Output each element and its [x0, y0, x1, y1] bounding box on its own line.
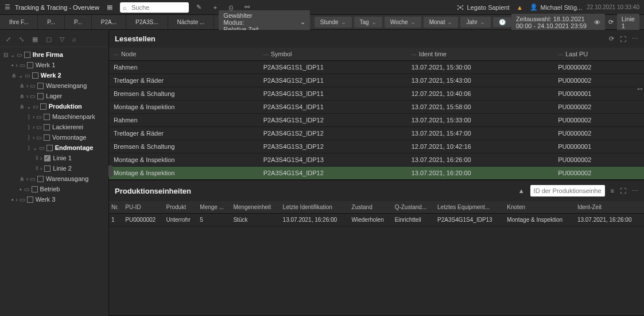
tree-checkbox[interactable] [27, 196, 33, 203]
expand-icon[interactable]: ⤢ [6, 36, 11, 43]
table-row[interactable]: Bremsen & SchaltungP2A3S4G1S3_IDP1112.07… [109, 87, 644, 101]
table-header[interactable]: Knoten [505, 201, 575, 214]
warning2-icon[interactable]: ▲ [518, 187, 525, 194]
panel-produktionseinheiten: Produktionseinheiten ▲ ≡ ⛶ ⋯ Nr.PU-IDPro… [109, 180, 644, 316]
tree-node[interactable]: ▪▭Betrieb [0, 184, 108, 194]
refresh-icon[interactable]: ⟳ [608, 18, 614, 26]
tree-node[interactable]: ⋔› ▭Wareneingang [0, 80, 108, 91]
breadcrumb-item[interactable]: P... [38, 15, 65, 29]
table-header[interactable]: PU-ID [123, 201, 164, 214]
filter2-icon[interactable]: ≡ [611, 187, 614, 194]
table-row[interactable]: Tretlager & RäderP2A3S4G1S2_IDP1213.07.2… [109, 127, 644, 140]
pu-search-input[interactable] [530, 185, 605, 196]
table-header[interactable]: Q-Zustand... [393, 201, 435, 214]
table-row[interactable]: Tretlager & RäderP2A3S4G1S2_IDP1113.07.2… [109, 74, 644, 87]
table-header[interactable]: —Node [109, 48, 259, 61]
time-button[interactable]: Stunde ⌄ [315, 17, 352, 28]
grid-icon[interactable]: ▦ [32, 36, 38, 43]
breadcrumb-item[interactable]: P2A3S... [126, 15, 168, 29]
collapse-icon[interactable]: ⤡ [19, 36, 24, 43]
line-button[interactable]: Linie 1 [617, 14, 639, 31]
timerange-button[interactable]: Zeitauswahl: 18.10.2021 00:00 - 24.10.20… [511, 14, 605, 31]
warning-icon[interactable]: ▲ [514, 4, 525, 11]
user-menu[interactable]: 👤 Michael Stög... [530, 3, 582, 11]
tree-checkbox[interactable] [46, 145, 53, 151]
table-row[interactable]: 1PU0000002Unterrohr5Stück13.07.2021, 16:… [109, 214, 644, 226]
table-header[interactable]: —Ident time [407, 48, 553, 61]
breadcrumb-item[interactable]: Ihre F... [0, 15, 38, 29]
table-header[interactable]: Nr. [109, 201, 123, 214]
tree-checkbox[interactable] [24, 52, 30, 58]
tree-node[interactable]: ⊟⌄ ▭Ihre Firma [0, 49, 108, 60]
search2-icon[interactable]: ⌕ [72, 36, 76, 43]
tree-checkbox[interactable] [40, 103, 46, 110]
tree-checkbox[interactable] [32, 186, 38, 192]
tree-node[interactable]: ⋔⌄ ▭Produktion [0, 101, 108, 111]
filter-icon[interactable]: ▽ [60, 36, 64, 43]
table-row[interactable]: Montage & InspektionP2A3S4G1S4_IDP1113.0… [109, 101, 644, 114]
fullscreen2-icon[interactable]: ⛶ [620, 187, 626, 194]
tree-node[interactable]: ⋔⌄ ▭Werk 2 [0, 70, 108, 80]
table-row[interactable]: Montage & InspektionP2A3S4G1S4_IDP1313.0… [109, 153, 644, 167]
breadcrumb-item[interactable]: P2A... [92, 15, 126, 29]
search-input[interactable] [120, 2, 189, 13]
tree-node[interactable]: ⋔› ▭Warenausgang [0, 174, 108, 184]
breadcrumb-item[interactable]: Nächste ... [168, 15, 215, 29]
tree-node[interactable]: ⋔› ▭Lager [0, 91, 108, 101]
tree-node[interactable]: ▪› ▭Werk 1 [0, 60, 108, 70]
table-header[interactable]: Letztes Equipment... [435, 201, 505, 214]
more2-icon[interactable]: ⋯ [632, 187, 638, 195]
table-header[interactable]: Menge ... [197, 201, 231, 214]
tree-node[interactable]: ⦀›Linie 1 [0, 153, 108, 163]
tree-node[interactable]: ▪› ▭Werk 3 [0, 194, 108, 205]
table-header[interactable]: Ident-Zeit [575, 201, 644, 214]
tree-checkbox[interactable] [44, 165, 51, 172]
add-icon[interactable]: + [210, 4, 221, 11]
time-button[interactable]: Monat ⌄ [424, 17, 459, 28]
table-header[interactable]: Mengeneinheit [231, 201, 280, 214]
tree-label: Werk 3 [36, 196, 56, 203]
timerange-label: Zeitauswahl: 18.10.2021 00:00 - 24.10.20… [516, 16, 591, 29]
breadcrumb-item[interactable]: P... [65, 15, 92, 29]
content: Lesestellen ⟳ ⛶ ⋯ —Node—Symbol—Ident tim… [109, 30, 644, 316]
tree-checkbox[interactable] [37, 93, 44, 99]
tree-node[interactable]: ⦚› ▭Vormontage [0, 132, 108, 142]
table-header[interactable]: Produkt [164, 201, 198, 214]
tree-node[interactable]: ⦚› ▭Lackiererei [0, 122, 108, 132]
table-header[interactable]: Zustand [350, 201, 393, 214]
tree-checkbox[interactable] [37, 83, 44, 89]
tree-checkbox[interactable] [27, 62, 33, 68]
page-title: Tracking & Tracing - Overview [15, 4, 99, 11]
tree-checkbox[interactable] [44, 114, 50, 120]
tree-checkbox[interactable] [37, 176, 44, 182]
time-button[interactable]: Woche ⌄ [385, 17, 421, 28]
tree-checkbox[interactable] [44, 155, 51, 161]
tree-checkbox[interactable] [32, 72, 38, 79]
table-row[interactable]: Montage & InspektionP2A3S4G1S4_IDP1213.0… [109, 167, 644, 180]
divider-handle[interactable] [108, 165, 113, 177]
time-button[interactable]: Tag ⌄ [354, 17, 382, 28]
tree-label: Linie 1 [53, 155, 71, 161]
square-icon[interactable]: ▢ [46, 36, 52, 43]
tree-checkbox[interactable] [44, 134, 50, 141]
table-header[interactable]: —Last PU [553, 48, 644, 61]
misc-icon-1[interactable]: ▦ [104, 3, 115, 11]
table-header[interactable]: —Symbol [259, 48, 407, 61]
time-button[interactable]: Jahr ⌄ [460, 17, 490, 28]
print-icon[interactable]: ⎙ [226, 4, 237, 11]
tree-checkbox[interactable] [44, 124, 50, 130]
table-header-row: Nr.PU-IDProduktMenge ...MengeneinheitLet… [109, 201, 644, 214]
table-row[interactable]: Bremsen & SchaltungP2A3S4G1S3_IDP1212.07… [109, 140, 644, 153]
fullscreen-icon[interactable]: ⛶ [620, 36, 626, 43]
tree-node[interactable]: ⦚⌄ ▭Endmontage [0, 142, 108, 153]
tree-node[interactable]: ⦚› ▭Maschinenpark [0, 111, 108, 122]
more-icon[interactable]: ⋯ [632, 35, 638, 43]
table-row[interactable]: RahmenP2A3S4G1S1_IDP1113.07.2021, 15:30:… [109, 61, 644, 74]
clock-button[interactable]: 🕐 [493, 17, 511, 27]
menu-icon[interactable]: ☰ [5, 3, 10, 11]
table-header[interactable]: Letzte Identifikation [281, 201, 350, 214]
reload-icon[interactable]: ⟳ [609, 35, 614, 43]
edit-icon[interactable]: ✎ [193, 3, 205, 11]
tree-node[interactable]: ⦀›Linie 2 [0, 163, 108, 174]
table-row[interactable]: RahmenP2A3S4G1S1_IDP1213.07.2021, 15:33:… [109, 114, 644, 127]
